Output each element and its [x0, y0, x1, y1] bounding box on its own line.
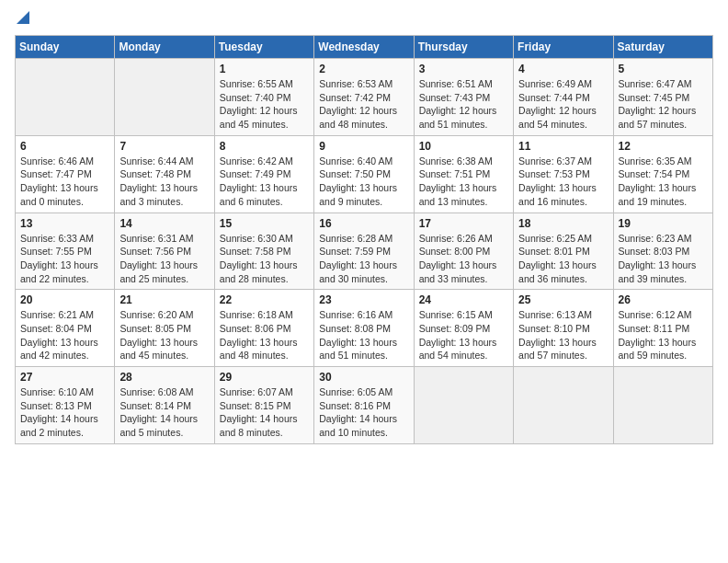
day-info: Sunrise: 6:31 AM Sunset: 7:56 PM Dayligh… [119, 232, 209, 286]
day-info: Sunrise: 6:13 AM Sunset: 8:10 PM Dayligh… [518, 308, 608, 362]
day-info: Sunrise: 6:30 AM Sunset: 7:58 PM Dayligh… [220, 232, 309, 286]
day-number: 16 [319, 217, 408, 230]
calendar-day-cell [414, 367, 513, 444]
calendar-day-cell: 23Sunrise: 6:16 AM Sunset: 8:08 PM Dayli… [314, 290, 414, 367]
calendar-day-cell: 5Sunrise: 6:47 AM Sunset: 7:45 PM Daylig… [613, 59, 712, 136]
day-info: Sunrise: 6:21 AM Sunset: 8:04 PM Dayligh… [20, 308, 109, 362]
day-number: 26 [619, 293, 708, 306]
weekday-header-cell: Monday [115, 36, 214, 59]
calendar-day-cell: 11Sunrise: 6:37 AM Sunset: 7:53 PM Dayli… [514, 135, 613, 213]
day-info: Sunrise: 6:07 AM Sunset: 8:15 PM Dayligh… [220, 385, 309, 440]
day-number: 20 [20, 293, 109, 306]
day-number: 3 [419, 63, 508, 75]
day-number: 9 [319, 140, 408, 153]
calendar-day-cell: 16Sunrise: 6:28 AM Sunset: 7:59 PM Dayli… [314, 213, 414, 290]
day-info: Sunrise: 6:35 AM Sunset: 7:54 PM Dayligh… [619, 155, 708, 209]
calendar-day-cell: 24Sunrise: 6:15 AM Sunset: 8:09 PM Dayli… [414, 290, 513, 367]
day-number: 6 [20, 140, 109, 153]
calendar-day-cell: 2Sunrise: 6:53 AM Sunset: 7:42 PM Daylig… [314, 59, 414, 136]
logo [15, 15, 29, 24]
svg-marker-0 [17, 11, 29, 24]
calendar-day-cell: 21Sunrise: 6:20 AM Sunset: 8:05 PM Dayli… [115, 290, 214, 367]
weekday-header-cell: Saturday [613, 36, 712, 59]
day-number: 7 [119, 140, 209, 153]
calendar-day-cell: 1Sunrise: 6:55 AM Sunset: 7:40 PM Daylig… [214, 59, 313, 136]
day-number: 29 [220, 371, 309, 384]
day-number: 4 [518, 63, 608, 75]
day-number: 15 [220, 217, 309, 230]
day-info: Sunrise: 6:26 AM Sunset: 8:00 PM Dayligh… [419, 232, 508, 286]
day-info: Sunrise: 6:28 AM Sunset: 7:59 PM Dayligh… [319, 232, 408, 286]
day-info: Sunrise: 6:55 AM Sunset: 7:40 PM Dayligh… [220, 77, 309, 132]
calendar-week-row: 6Sunrise: 6:46 AM Sunset: 7:47 PM Daylig… [16, 135, 713, 213]
weekday-header-cell: Tuesday [214, 36, 313, 59]
day-number: 17 [419, 217, 508, 230]
calendar-week-row: 13Sunrise: 6:33 AM Sunset: 7:55 PM Dayli… [16, 213, 713, 290]
day-info: Sunrise: 6:42 AM Sunset: 7:49 PM Dayligh… [220, 155, 309, 209]
day-info: Sunrise: 6:15 AM Sunset: 8:09 PM Dayligh… [419, 308, 508, 362]
header [15, 15, 713, 24]
day-number: 8 [220, 140, 309, 153]
calendar-day-cell: 20Sunrise: 6:21 AM Sunset: 8:04 PM Dayli… [16, 290, 115, 367]
day-number: 25 [518, 293, 608, 306]
day-number: 12 [619, 140, 708, 153]
weekday-header-cell: Friday [514, 36, 613, 59]
calendar-day-cell: 25Sunrise: 6:13 AM Sunset: 8:10 PM Dayli… [514, 290, 613, 367]
calendar-day-cell: 14Sunrise: 6:31 AM Sunset: 7:56 PM Dayli… [115, 213, 214, 290]
calendar-day-cell: 13Sunrise: 6:33 AM Sunset: 7:55 PM Dayli… [16, 213, 115, 290]
day-number: 28 [119, 371, 209, 384]
weekday-header-cell: Wednesday [314, 36, 414, 59]
calendar-day-cell: 3Sunrise: 6:51 AM Sunset: 7:43 PM Daylig… [414, 59, 513, 136]
day-number: 14 [119, 217, 209, 230]
day-info: Sunrise: 6:23 AM Sunset: 8:03 PM Dayligh… [619, 232, 708, 286]
day-info: Sunrise: 6:12 AM Sunset: 8:11 PM Dayligh… [619, 308, 708, 362]
day-info: Sunrise: 6:25 AM Sunset: 8:01 PM Dayligh… [518, 232, 608, 286]
calendar-day-cell: 18Sunrise: 6:25 AM Sunset: 8:01 PM Dayli… [514, 213, 613, 290]
calendar-day-cell: 15Sunrise: 6:30 AM Sunset: 7:58 PM Dayli… [214, 213, 313, 290]
day-number: 27 [20, 371, 109, 384]
weekday-header-cell: Sunday [16, 36, 115, 59]
calendar-day-cell: 19Sunrise: 6:23 AM Sunset: 8:03 PM Dayli… [613, 213, 712, 290]
day-number: 19 [619, 217, 708, 230]
day-info: Sunrise: 6:49 AM Sunset: 7:44 PM Dayligh… [518, 77, 608, 132]
day-info: Sunrise: 6:38 AM Sunset: 7:51 PM Dayligh… [419, 155, 508, 209]
calendar-day-cell [514, 367, 613, 444]
calendar: SundayMondayTuesdayWednesdayThursdayFrid… [15, 35, 713, 444]
calendar-day-cell: 29Sunrise: 6:07 AM Sunset: 8:15 PM Dayli… [214, 367, 313, 444]
day-info: Sunrise: 6:40 AM Sunset: 7:50 PM Dayligh… [319, 155, 408, 209]
calendar-day-cell: 30Sunrise: 6:05 AM Sunset: 8:16 PM Dayli… [314, 367, 414, 444]
day-number: 22 [220, 293, 309, 306]
calendar-day-cell: 9Sunrise: 6:40 AM Sunset: 7:50 PM Daylig… [314, 135, 414, 213]
day-number: 11 [518, 140, 608, 153]
day-number: 5 [619, 63, 708, 75]
day-info: Sunrise: 6:16 AM Sunset: 8:08 PM Dayligh… [319, 308, 408, 362]
calendar-week-row: 1Sunrise: 6:55 AM Sunset: 7:40 PM Daylig… [16, 59, 713, 136]
weekday-header-cell: Thursday [414, 36, 513, 59]
day-number: 30 [319, 371, 408, 384]
calendar-day-cell: 12Sunrise: 6:35 AM Sunset: 7:54 PM Dayli… [613, 135, 712, 213]
calendar-day-cell: 22Sunrise: 6:18 AM Sunset: 8:06 PM Dayli… [214, 290, 313, 367]
calendar-day-cell [613, 367, 712, 444]
calendar-day-cell: 17Sunrise: 6:26 AM Sunset: 8:00 PM Dayli… [414, 213, 513, 290]
day-info: Sunrise: 6:33 AM Sunset: 7:55 PM Dayligh… [20, 232, 109, 286]
day-info: Sunrise: 6:47 AM Sunset: 7:45 PM Dayligh… [619, 77, 708, 132]
weekday-header-row: SundayMondayTuesdayWednesdayThursdayFrid… [16, 36, 713, 59]
day-number: 18 [518, 217, 608, 230]
day-number: 13 [20, 217, 109, 230]
day-number: 10 [419, 140, 508, 153]
day-info: Sunrise: 6:46 AM Sunset: 7:47 PM Dayligh… [20, 155, 109, 209]
day-number: 1 [220, 63, 309, 75]
calendar-week-row: 20Sunrise: 6:21 AM Sunset: 8:04 PM Dayli… [16, 290, 713, 367]
calendar-day-cell [115, 59, 214, 136]
calendar-day-cell: 26Sunrise: 6:12 AM Sunset: 8:11 PM Dayli… [613, 290, 712, 367]
calendar-day-cell: 7Sunrise: 6:44 AM Sunset: 7:48 PM Daylig… [115, 135, 214, 213]
calendar-day-cell: 6Sunrise: 6:46 AM Sunset: 7:47 PM Daylig… [16, 135, 115, 213]
day-number: 2 [319, 63, 408, 75]
day-info: Sunrise: 6:10 AM Sunset: 8:13 PM Dayligh… [20, 385, 109, 440]
day-info: Sunrise: 6:44 AM Sunset: 7:48 PM Dayligh… [119, 155, 209, 209]
calendar-day-cell: 8Sunrise: 6:42 AM Sunset: 7:49 PM Daylig… [214, 135, 313, 213]
calendar-week-row: 27Sunrise: 6:10 AM Sunset: 8:13 PM Dayli… [16, 367, 713, 444]
day-info: Sunrise: 6:51 AM Sunset: 7:43 PM Dayligh… [419, 77, 508, 132]
day-info: Sunrise: 6:20 AM Sunset: 8:05 PM Dayligh… [119, 308, 209, 362]
logo-triangle-icon [17, 11, 29, 24]
